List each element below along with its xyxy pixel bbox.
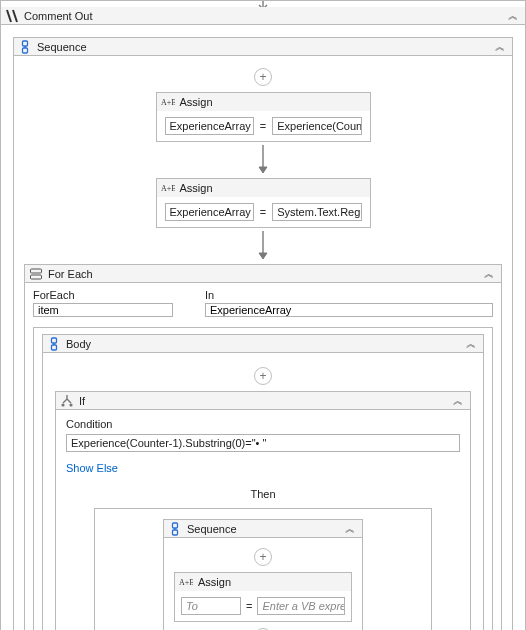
assign-activity[interactable]: A+B Assign ExperienceArray = System.Text…: [156, 178, 371, 228]
foreach-icon: [29, 267, 43, 281]
flow-arrow-icon: [24, 228, 502, 264]
comment-out-icon: [5, 9, 19, 23]
svg-rect-11: [173, 530, 178, 535]
foreach-in-field[interactable]: [205, 303, 493, 317]
assign-value-field[interactable]: Enter a VB expressi: [257, 597, 345, 615]
svg-text:A+B: A+B: [161, 98, 175, 107]
collapse-icon[interactable]: ︽: [481, 267, 497, 281]
svg-rect-0: [23, 41, 28, 46]
foreach-in-input[interactable]: [210, 304, 488, 316]
assign-to-field[interactable]: ExperienceArray: [165, 203, 254, 221]
sequence-header[interactable]: Sequence ︽: [14, 38, 512, 56]
condition-label: Condition: [66, 418, 460, 430]
then-label: Then: [66, 488, 460, 500]
foreach-var-label: ForEach: [33, 289, 173, 301]
svg-point-8: [61, 403, 64, 406]
foreach-activity[interactable]: For Each ︽ ForEach In: [24, 264, 502, 630]
flow-arrow-icon: [24, 142, 502, 178]
sequence-activity[interactable]: Sequence ︽ + A+B Assign ExperienceArray …: [13, 37, 513, 630]
svg-rect-1: [23, 48, 28, 53]
sequence-icon: [168, 522, 182, 536]
assign-icon: A+B: [179, 575, 193, 589]
if-header[interactable]: If ︽: [56, 392, 470, 410]
svg-rect-10: [173, 523, 178, 528]
if-activity[interactable]: If ︽ Condition Experience(Counter-1).Sub…: [55, 391, 471, 630]
condition-field[interactable]: Experience(Counter-1).Substring(0)="• ": [66, 434, 460, 452]
assign-header[interactable]: A+B Assign: [157, 179, 370, 197]
assign-title: Assign: [180, 182, 366, 194]
equals-label: =: [260, 120, 266, 132]
sequence-header[interactable]: Sequence ︽: [164, 520, 362, 538]
assign-title: Assign: [198, 576, 347, 588]
assign-header[interactable]: A+B Assign: [175, 573, 351, 591]
svg-text:A+B: A+B: [179, 578, 193, 587]
foreach-header[interactable]: For Each ︽: [25, 265, 501, 283]
equals-label: =: [246, 600, 252, 612]
assign-activity[interactable]: A+B Assign: [174, 572, 352, 622]
sequence-title: Sequence: [37, 41, 487, 53]
if-title: If: [79, 395, 445, 407]
collapse-icon[interactable]: ︽: [463, 337, 479, 351]
assign-icon: A+B: [161, 181, 175, 195]
foreach-var-field[interactable]: [33, 303, 173, 317]
add-activity-button[interactable]: +: [254, 367, 272, 385]
assign-activity[interactable]: A+B Assign ExperienceArray = Experience(…: [156, 92, 371, 142]
svg-rect-4: [31, 269, 42, 273]
assign-value-field[interactable]: System.Text.Regula: [272, 203, 361, 221]
foreach-in-label: In: [205, 289, 493, 301]
body-header[interactable]: Body ︽: [43, 335, 483, 353]
collapse-icon[interactable]: ︽: [492, 40, 508, 54]
comment-out-header[interactable]: Comment Out ︽: [1, 7, 525, 25]
assign-header[interactable]: A+B Assign: [157, 93, 370, 111]
collapse-icon[interactable]: ︽: [505, 9, 521, 23]
then-drop-area[interactable]: Sequence ︽ +: [94, 508, 432, 630]
svg-text:A+B: A+B: [161, 184, 175, 193]
if-icon: [60, 394, 74, 408]
assign-title: Assign: [180, 96, 366, 108]
svg-rect-5: [31, 275, 42, 279]
assign-value-field[interactable]: Experience(Counte: [272, 117, 361, 135]
body-title: Body: [66, 338, 458, 350]
sequence-title: Sequence: [187, 523, 337, 535]
collapse-icon[interactable]: ︽: [450, 394, 466, 408]
assign-to-field[interactable]: To: [181, 597, 241, 615]
body-activity[interactable]: Body ︽ +: [42, 334, 484, 630]
sequence-icon: [18, 40, 32, 54]
foreach-body-panel[interactable]: Body ︽ +: [33, 327, 493, 630]
svg-rect-7: [52, 345, 57, 350]
foreach-var-input[interactable]: [38, 304, 168, 316]
show-else-link[interactable]: Show Else: [66, 462, 460, 474]
equals-label: =: [260, 206, 266, 218]
foreach-title: For Each: [48, 268, 476, 280]
add-activity-button[interactable]: +: [254, 548, 272, 566]
sequence-icon: [47, 337, 61, 351]
collapse-icon[interactable]: ︽: [342, 522, 358, 536]
add-activity-button[interactable]: +: [254, 68, 272, 86]
comment-out-activity[interactable]: Comment Out ︽ Sequence ︽ +: [0, 0, 526, 630]
assign-to-field[interactable]: ExperienceArray: [165, 117, 254, 135]
comment-out-title: Comment Out: [24, 10, 500, 22]
svg-rect-6: [52, 338, 57, 343]
assign-icon: A+B: [161, 95, 175, 109]
svg-point-9: [69, 403, 72, 406]
sequence-activity[interactable]: Sequence ︽ +: [163, 519, 363, 630]
